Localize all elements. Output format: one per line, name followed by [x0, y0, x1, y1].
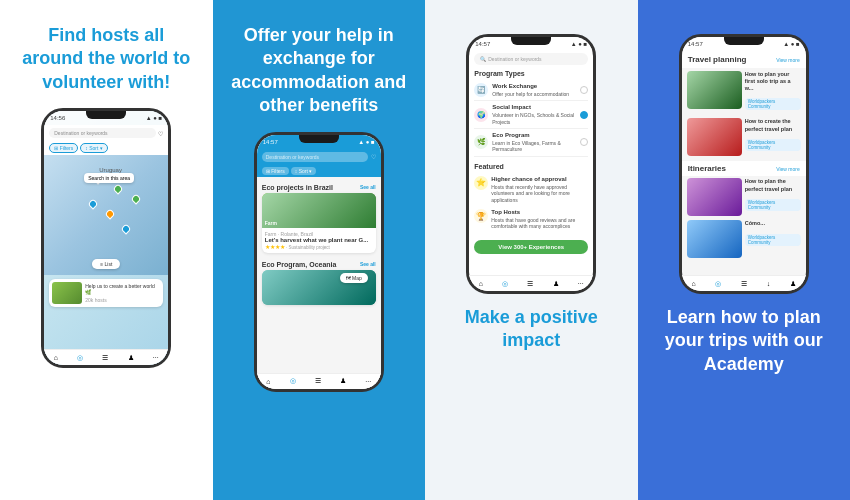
nav-academy-icon[interactable]: ◎: [715, 280, 721, 288]
map-pin-5: [121, 224, 132, 235]
filters-btn-2[interactable]: ⊞ Filters: [262, 167, 289, 175]
phone-3-notch: [511, 37, 551, 45]
phone-2-notch: [299, 135, 339, 143]
phone-1-screen: 14:56 ▲ ● ■ Destination or keywords ♡ ⊞ …: [44, 111, 168, 365]
featured-title: Featured: [474, 163, 588, 170]
list-screen: 14:57 ▲ ● ■ Destination or keywords ♡ ⊞ …: [257, 135, 381, 389]
phone-2: 14:57 ▲ ● ■ Destination or keywords ♡ ⊞ …: [254, 132, 384, 392]
nav-list-icon-3[interactable]: ☰: [527, 280, 533, 288]
itin-card-2[interactable]: Cómo... Worldpackers Community: [682, 218, 806, 260]
view-more-btn-2[interactable]: View more: [776, 166, 800, 172]
feat-name-approval: Higher chance of approval: [491, 176, 566, 182]
travel-planning-title: Travel planning: [688, 55, 747, 64]
project-overlay-1: Farm: [265, 220, 277, 226]
prog-text-social: Social Impact Volunteer in NGOs, Schools…: [492, 104, 576, 125]
itin-card-title-2: Cómo...: [745, 220, 801, 227]
view-experiences-btn[interactable]: View 300+ Experiences: [474, 240, 588, 254]
nav-home-icon-3[interactable]: ⌂: [479, 280, 483, 287]
map-header: Destination or keywords ♡: [44, 125, 168, 141]
map-card-title: Help us to create a better world 🌿: [85, 283, 160, 296]
project-img-1: Farm: [262, 193, 376, 228]
nav-profile-icon[interactable]: ♟: [790, 280, 796, 288]
list-filters-row-2: ⊞ Filters ↕ Sort ▾: [257, 165, 381, 177]
prog-desc-eco: Learn in Eco Villages, Farms & Permacult…: [492, 140, 561, 153]
prog-name-work: Work Exchange: [492, 83, 537, 89]
filters-btn-1[interactable]: ⊞ Filters: [49, 143, 78, 153]
nav-more-icon-3[interactable]: ···: [578, 280, 584, 287]
status-icons-4: ▲ ● ■: [783, 41, 800, 47]
feat-text-top: Top Hosts Hosts that have good reviews a…: [491, 209, 588, 230]
prog-radio-social[interactable]: [580, 111, 588, 119]
status-time-4: 14:57: [688, 41, 703, 47]
nav-download-icon[interactable]: ↓: [767, 280, 771, 287]
nav-more-icon[interactable]: ···: [153, 354, 159, 361]
prog-search-placeholder: Destination or keywords: [488, 56, 541, 62]
project-card-1[interactable]: Farm Farm · Rolante, Brazil Let's harves…: [262, 193, 376, 253]
sort-btn-1[interactable]: ↕ Sort ▾: [80, 143, 107, 153]
nav-map-icon[interactable]: ◎: [77, 354, 83, 362]
phone-4-nav: ⌂ ◎ ☰ ↓ ♟: [682, 275, 806, 291]
itin-card-1[interactable]: How to plan the perfect travel plan Worl…: [682, 176, 806, 218]
project-info-1: Farm · Rolante, Brazil Let's harvest wha…: [262, 228, 376, 253]
panel-3-title: Make a positive impact: [441, 306, 622, 353]
acad-card-1[interactable]: How to plan your first solo trip as a w.…: [682, 68, 806, 115]
nav-list-icon[interactable]: ☰: [102, 354, 108, 362]
status-icons-3: ▲ ● ■: [571, 41, 588, 47]
tooltip-text: Search in this area: [88, 175, 130, 181]
nav-list-icon-2[interactable]: ☰: [315, 377, 321, 385]
map-card-meta: 20k hosts: [85, 297, 160, 304]
nav-home-icon-4[interactable]: ⌂: [692, 280, 696, 287]
prog-item-work-exchange[interactable]: 🔄 Work Exchange Offer your help for acco…: [474, 80, 588, 101]
feat-desc-approval: Hosts that recently have approved volunt…: [491, 184, 570, 203]
map-search-bar[interactable]: Destination or keywords: [49, 128, 156, 138]
phone-3: 14:57 ▲ ● ■ 🔍 Destination or keywords Pr…: [466, 34, 596, 294]
project-meta-1: ★★★★ · Sustainability project: [265, 243, 373, 250]
nav-more-icon-2[interactable]: ···: [365, 378, 371, 385]
approval-icon: ⭐: [474, 176, 488, 190]
sort-btn-2[interactable]: ↕ Sort ▾: [291, 167, 316, 175]
nav-home-icon-2[interactable]: ⌂: [266, 378, 270, 385]
nav-home-icon[interactable]: ⌂: [54, 354, 58, 361]
itin-text-2: Cómo... Worldpackers Community: [745, 220, 801, 258]
featured-section: Featured ⭐ Higher chance of approval Hos…: [469, 160, 593, 236]
status-time-3: 14:57: [475, 41, 490, 47]
map-overlay-btn[interactable]: 🗺 Map: [340, 273, 368, 283]
prog-item-eco[interactable]: 🌿 Eco Program Learn in Eco Villages, Far…: [474, 129, 588, 157]
itin-text-1: How to plan the perfect travel plan Worl…: [745, 178, 801, 216]
panel-1-title: Find hosts all around the world to volun…: [16, 24, 197, 94]
itin-card-title-1: How to plan the perfect travel plan: [745, 178, 801, 192]
acad-card-title-2: How to create the perfect travel plan: [745, 118, 801, 132]
itin-img-2: [687, 220, 742, 258]
list-search-bar[interactable]: Destination or keywords: [262, 152, 368, 162]
see-all-btn-2[interactable]: See all: [360, 261, 376, 267]
acad-card-2[interactable]: How to create the perfect travel plan Wo…: [682, 115, 806, 159]
map-tooltip[interactable]: Search in this area: [84, 173, 134, 183]
nav-trips-icon[interactable]: ☰: [741, 280, 747, 288]
prog-text-work: Work Exchange Offer your help for accomm…: [492, 83, 576, 97]
status-icons-1: ▲ ● ■: [146, 115, 163, 121]
nav-explore-icon-3[interactable]: ◎: [502, 280, 508, 288]
prog-search-bar[interactable]: 🔍 Destination or keywords: [474, 53, 588, 65]
nav-user-icon[interactable]: ♟: [128, 354, 134, 362]
nav-explore-icon[interactable]: ◎: [290, 377, 296, 385]
top-hosts-icon: 🏆: [474, 209, 488, 223]
prog-item-social-impact[interactable]: 🌍 Social Impact Volunteer in NGOs, Schoo…: [474, 101, 588, 129]
nav-user-icon-2[interactable]: ♟: [340, 377, 346, 385]
prog-types-section: Program Types 🔄 Work Exchange Offer your…: [469, 67, 593, 160]
phone-1-notch: [86, 111, 126, 119]
prog-radio-work[interactable]: [580, 86, 588, 94]
prog-radio-eco[interactable]: [580, 138, 588, 146]
list-btn[interactable]: ≡ List: [92, 259, 120, 269]
map-card: Help us to create a better world 🌿 20k h…: [49, 279, 163, 307]
itineraries-section: Itineraries View more: [682, 161, 806, 176]
view-more-btn-1[interactable]: View more: [776, 57, 800, 63]
panel-4: 14:57 ▲ ● ■ Travel planning View more Ho…: [638, 0, 851, 500]
see-all-btn-1[interactable]: See all: [360, 184, 376, 190]
section-title-oceania: Eco Program, Oceania See all: [257, 257, 381, 270]
prog-types-title: Program Types: [474, 70, 588, 77]
map-pin-3: [88, 199, 99, 210]
nav-user-icon-3[interactable]: ♟: [553, 280, 559, 288]
project-card-2[interactable]: 🗺 Map: [262, 270, 376, 305]
acad-screen: 14:57 ▲ ● ■ Travel planning View more Ho…: [682, 37, 806, 291]
status-time-2: 14:57: [263, 139, 278, 145]
